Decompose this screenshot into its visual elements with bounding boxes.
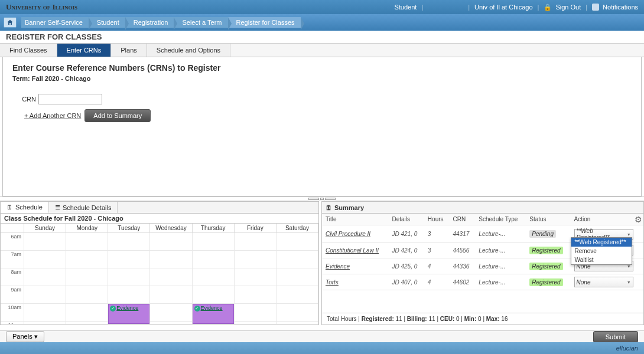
home-icon bbox=[6, 19, 14, 26]
dropdown-option[interactable]: Waitlist bbox=[571, 255, 632, 264]
check-icon: ✓ bbox=[194, 306, 200, 312]
summary-icon: 🗓 bbox=[326, 204, 332, 211]
summary-title: Summary bbox=[334, 204, 364, 211]
calendar-day-header: Sunday Monday Tuesday Wednesday Thursday… bbox=[1, 224, 318, 233]
course-title-link[interactable]: Torts bbox=[322, 274, 388, 290]
dropdown-option[interactable]: Remove bbox=[571, 247, 632, 255]
crn-input[interactable] bbox=[38, 94, 102, 104]
breadcrumb-item[interactable]: Banner Self-Service bbox=[21, 17, 89, 28]
check-icon: ✓ bbox=[110, 306, 116, 312]
list-icon: ≣ bbox=[55, 204, 60, 211]
table-row: Civil Procedure IIJD 421, 0344317Lecture… bbox=[322, 225, 643, 242]
main-content: Enter Course Reference Numbers (CRNs) to… bbox=[2, 57, 642, 196]
tab-enter-crns[interactable]: Enter CRNs bbox=[57, 44, 112, 57]
top-header: University of Illinois Student | | Univ … bbox=[0, 0, 644, 14]
notifications-link[interactable]: Notifications bbox=[603, 4, 638, 11]
calendar-event[interactable]: ✓Evidence bbox=[108, 304, 149, 324]
calendar-body: 6am7am8am9am10am✓Evidence✓Evidence11am bbox=[1, 233, 318, 324]
panels-button[interactable]: Panels ▾ bbox=[6, 331, 44, 342]
page-title: REGISTER FOR CLASSES bbox=[0, 31, 644, 44]
action-dropdown[interactable]: **Web Registered**RemoveWaitlist bbox=[571, 237, 632, 265]
breadcrumb-bar: Banner Self-Service Student Registration… bbox=[0, 14, 644, 31]
summary-pane: 🗓 Summary ⚙ TitleDetailsHoursCRNSchedule… bbox=[321, 201, 644, 325]
home-button[interactable] bbox=[4, 17, 17, 28]
tab-schedule-details[interactable]: ≣ Schedule Details bbox=[49, 202, 118, 213]
calendar-event[interactable]: ✓Evidence bbox=[193, 304, 234, 324]
totals-row: Total Hours | Registered: 11 | Billing: … bbox=[322, 313, 643, 324]
tab-schedule[interactable]: 🗓 Schedule bbox=[1, 202, 49, 213]
status-badge: Registered bbox=[529, 247, 562, 254]
university-logo: University of Illinois bbox=[6, 2, 77, 12]
add-to-summary-button[interactable]: Add to Summary bbox=[84, 109, 151, 122]
dropdown-option[interactable]: **Web Registered** bbox=[571, 238, 632, 247]
course-title-link[interactable]: Constitutional Law II bbox=[322, 242, 388, 258]
status-badge: Registered bbox=[529, 263, 562, 270]
submit-button[interactable]: Submit bbox=[593, 331, 638, 343]
gear-icon[interactable]: ⚙ bbox=[635, 215, 642, 224]
breadcrumb-item[interactable]: Select a Term bbox=[174, 17, 227, 28]
schedule-title: Class Schedule for Fall 2020 - Chicago bbox=[1, 214, 318, 224]
breadcrumb-item[interactable]: Registration bbox=[125, 17, 174, 28]
footer-row: Panels ▾ Submit bbox=[0, 330, 644, 342]
lock-icon: 🔒 bbox=[544, 4, 552, 11]
calendar-icon: 🗓 bbox=[6, 204, 13, 211]
schedule-pane: 🗓 Schedule ≣ Schedule Details Class Sche… bbox=[0, 201, 319, 325]
content-heading: Enter Course Reference Numbers (CRNs) to… bbox=[12, 63, 632, 73]
breadcrumb-item[interactable]: Student bbox=[89, 17, 125, 28]
term-text: Term: Fall 2020 - Chicago bbox=[12, 75, 632, 82]
pane-splitter[interactable] bbox=[0, 196, 644, 201]
student-link[interactable]: Student bbox=[394, 4, 417, 11]
course-title-link[interactable]: Civil Procedure II bbox=[322, 225, 388, 242]
status-badge: Pending bbox=[529, 230, 556, 238]
tab-find-classes[interactable]: Find Classes bbox=[0, 44, 57, 57]
summary-table: TitleDetailsHoursCRNSchedule TypeStatusA… bbox=[322, 214, 643, 290]
campus-link[interactable]: Univ of Il at Chicago bbox=[474, 4, 532, 11]
crn-label: CRN bbox=[21, 96, 36, 103]
brand-footer: ellucian bbox=[0, 342, 644, 354]
course-title-link[interactable]: Evidence bbox=[322, 258, 388, 274]
tabs-row: Find Classes Enter CRNs Plans Schedule a… bbox=[0, 44, 644, 57]
tab-plans[interactable]: Plans bbox=[111, 44, 147, 57]
status-badge: Registered bbox=[529, 278, 562, 286]
tab-schedule-options[interactable]: Schedule and Options bbox=[147, 44, 230, 57]
breadcrumb-item[interactable]: Register for Classes bbox=[228, 17, 301, 28]
table-row: TortsJD 407, 0444602Lecture-...Registere… bbox=[322, 274, 643, 290]
action-select[interactable]: None bbox=[574, 277, 633, 287]
notifications-icon bbox=[592, 4, 599, 11]
add-another-crn-link[interactable]: + Add Another CRN bbox=[24, 112, 81, 119]
sign-out-link[interactable]: Sign Out bbox=[555, 4, 581, 11]
